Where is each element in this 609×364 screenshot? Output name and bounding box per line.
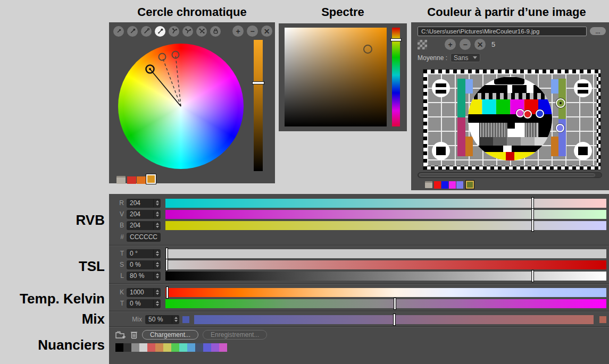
swatch[interactable]: [139, 343, 147, 352]
lightness-slider[interactable]: [165, 272, 606, 281]
clipboard-icon[interactable]: [425, 181, 432, 188]
add-color-button[interactable]: +: [232, 26, 244, 37]
spin-down-icon[interactable]: [174, 320, 178, 322]
spin-down-icon[interactable]: [156, 304, 159, 306]
sample-marker-blue[interactable]: [536, 109, 544, 118]
blue-value-field[interactable]: 204: [127, 221, 161, 230]
harmony-line-button[interactable]: [141, 26, 152, 37]
spectrum-marker[interactable]: [363, 45, 372, 54]
harmony-selected-button[interactable]: [155, 26, 165, 37]
image-swatch[interactable]: [434, 181, 441, 189]
tint-slider[interactable]: [165, 299, 606, 308]
hue-row-handle[interactable]: [165, 248, 168, 260]
lock-button[interactable]: [210, 26, 221, 37]
kelvin-value-field[interactable]: 1000: [127, 288, 161, 297]
wheel-swatch-selected[interactable]: [146, 174, 156, 184]
saturation-value-field[interactable]: 0 %: [127, 260, 161, 269]
wheel-swatch[interactable]: [127, 176, 136, 184]
swatch[interactable]: [211, 343, 219, 352]
spin-down-icon[interactable]: [156, 276, 159, 278]
swatch[interactable]: [155, 343, 163, 352]
spin-down-icon[interactable]: [156, 254, 159, 256]
swatch[interactable]: [179, 343, 187, 352]
scrollbar-thumb[interactable]: [419, 173, 595, 177]
swatch[interactable]: [171, 343, 179, 352]
spin-up-icon[interactable]: [156, 262, 159, 264]
sample-marker-red[interactable]: [523, 110, 532, 118]
harmony-analogous-button[interactable]: [169, 26, 179, 37]
blue-slider-handle[interactable]: [531, 219, 534, 232]
spin-down-icon[interactable]: [156, 226, 159, 228]
hue-row-slider[interactable]: [165, 249, 606, 258]
swatch[interactable]: [195, 343, 203, 352]
sample-marker-green-selected[interactable]: [556, 98, 565, 108]
browse-button[interactable]: ...: [590, 27, 606, 35]
swatch[interactable]: [123, 343, 131, 352]
lightness-value-field[interactable]: 80 %: [127, 272, 161, 281]
swatch[interactable]: [203, 343, 211, 352]
harmony-mono-small-button[interactable]: [113, 26, 124, 37]
test-card-image[interactable]: [423, 69, 601, 170]
clear-colors-button[interactable]: ✕: [261, 26, 272, 37]
swatch[interactable]: [147, 343, 155, 352]
average-dropdown[interactable]: Sans: [451, 53, 480, 62]
remove-color-button[interactable]: −: [247, 26, 258, 37]
green-spinner[interactable]: [153, 210, 161, 218]
hex-field[interactable]: CCCCCC: [127, 233, 161, 242]
color-wheel[interactable]: [118, 44, 244, 169]
spin-up-icon[interactable]: [156, 200, 159, 202]
sample-marker-purple[interactable]: [556, 124, 564, 132]
image-swatch-selected[interactable]: [466, 181, 474, 189]
tint-value-field[interactable]: 0 %: [127, 299, 161, 308]
swatch[interactable]: [131, 343, 139, 352]
load-swatches-button[interactable]: Chargement...: [142, 330, 198, 340]
spin-down-icon[interactable]: [156, 215, 159, 217]
spin-up-icon[interactable]: [156, 290, 159, 292]
image-scrollbar[interactable]: [418, 172, 602, 178]
brightness-handle[interactable]: [252, 81, 264, 84]
hue-slider[interactable]: [392, 28, 400, 126]
mix-left-swatch[interactable]: [182, 316, 189, 323]
tint-handle[interactable]: [394, 298, 396, 310]
spin-up-icon[interactable]: [156, 251, 159, 253]
swatch[interactable]: [219, 343, 227, 352]
spin-up-icon[interactable]: [174, 317, 178, 319]
spin-down-icon[interactable]: [156, 265, 159, 267]
clipboard-icon[interactable]: [116, 176, 126, 184]
saturation-spinner[interactable]: [153, 261, 161, 269]
kelvin-handle[interactable]: [166, 286, 169, 299]
clear-samples-button[interactable]: ✕: [474, 39, 486, 50]
red-slider[interactable]: [165, 199, 606, 208]
harmony-triad-button[interactable]: [182, 26, 193, 37]
image-swatch[interactable]: [456, 181, 463, 189]
spin-up-icon[interactable]: [156, 301, 159, 303]
hue-spinner[interactable]: [153, 250, 161, 258]
trash-icon[interactable]: [130, 331, 138, 339]
green-value-field[interactable]: 204: [127, 210, 161, 219]
spin-up-icon[interactable]: [156, 223, 159, 225]
hue-value-field[interactable]: 0 °: [127, 249, 161, 258]
lightness-spinner[interactable]: [153, 272, 161, 280]
image-path-field[interactable]: C:\Users\user\Pictures\MireCouleur16-9.j…: [418, 27, 587, 36]
green-slider[interactable]: [165, 210, 606, 219]
add-swatch-folder-icon[interactable]: [115, 331, 126, 339]
spin-up-icon[interactable]: [156, 273, 159, 275]
hue-handle[interactable]: [390, 38, 402, 41]
mix-right-swatch[interactable]: [599, 316, 606, 323]
red-slider-handle[interactable]: [531, 197, 534, 209]
red-spinner[interactable]: [153, 199, 161, 207]
add-sample-button[interactable]: +: [445, 39, 456, 50]
image-swatch[interactable]: [449, 181, 456, 189]
swatch[interactable]: [115, 343, 123, 352]
mix-handle[interactable]: [393, 314, 396, 326]
mix-spinner[interactable]: [172, 316, 179, 324]
save-swatches-button[interactable]: Enregistrement...: [203, 330, 267, 340]
swatch[interactable]: [187, 343, 195, 352]
spectrum-square[interactable]: [285, 28, 387, 126]
wheel-brightness-slider[interactable]: [254, 40, 263, 171]
remove-sample-button[interactable]: −: [460, 39, 471, 50]
spin-down-icon[interactable]: [156, 293, 159, 295]
spin-up-icon[interactable]: [156, 211, 159, 214]
lightness-handle[interactable]: [531, 270, 534, 282]
harmony-mono-button[interactable]: [127, 26, 138, 37]
